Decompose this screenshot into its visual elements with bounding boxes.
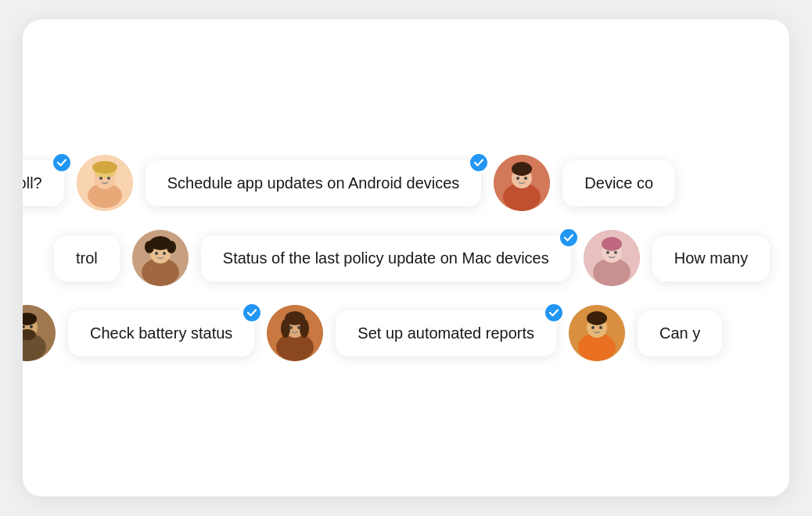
- bubble-schedule-app[interactable]: Schedule app updates on Android devices: [146, 160, 482, 206]
- avatar-3: [132, 230, 189, 286]
- partial-bubble-device: Device co: [562, 160, 675, 206]
- bubble-policy-update[interactable]: Status of the last policy update on Mac …: [201, 235, 571, 281]
- check-icon-reports: [544, 303, 564, 323]
- svg-point-24: [602, 237, 622, 251]
- rows-container: o enroll? Sch: [23, 155, 789, 361]
- svg-point-46: [591, 326, 595, 329]
- svg-point-17: [145, 241, 154, 253]
- svg-point-41: [297, 326, 300, 329]
- svg-point-4: [92, 161, 117, 174]
- check-icon-policy: [559, 228, 579, 248]
- bubble-battery[interactable]: Check battery status: [68, 310, 254, 357]
- svg-point-40: [289, 326, 293, 329]
- row-3: Check battery status: [23, 305, 766, 361]
- svg-point-18: [167, 241, 176, 253]
- svg-point-47: [599, 326, 602, 329]
- check-icon-battery: [242, 303, 262, 323]
- svg-point-6: [107, 177, 110, 180]
- svg-point-39: [300, 319, 309, 338]
- partial-bubble-trol: trol: [54, 235, 120, 281]
- row-2: trol Status of the last policy: [54, 230, 789, 286]
- svg-point-19: [155, 252, 158, 255]
- avatar-2: [494, 155, 550, 211]
- partial-bubble-howmany: How many: [652, 235, 770, 281]
- partial-bubble-can: Can y: [638, 310, 722, 357]
- main-card: o enroll? Sch: [23, 20, 789, 496]
- avatar-5: [23, 305, 56, 361]
- svg-point-33: [30, 325, 33, 328]
- svg-point-5: [99, 177, 102, 180]
- svg-point-20: [163, 252, 166, 255]
- partial-bubble-enroll: o enroll?: [23, 160, 64, 206]
- check-icon-enroll: [52, 152, 72, 173]
- row-1: o enroll? Sch: [23, 155, 727, 211]
- check-icon-schedule: [469, 152, 489, 173]
- svg-point-12: [524, 177, 527, 180]
- svg-point-38: [281, 319, 290, 338]
- avatar-1: [77, 155, 133, 211]
- svg-point-25: [606, 251, 609, 254]
- avatar-6: [267, 305, 323, 361]
- avatar-7: [569, 305, 625, 361]
- bubble-reports[interactable]: Set up automated reports: [336, 310, 556, 357]
- svg-point-45: [587, 311, 607, 325]
- svg-point-11: [516, 177, 519, 180]
- svg-point-26: [614, 251, 617, 254]
- svg-point-10: [512, 162, 532, 176]
- avatar-4: [584, 230, 640, 286]
